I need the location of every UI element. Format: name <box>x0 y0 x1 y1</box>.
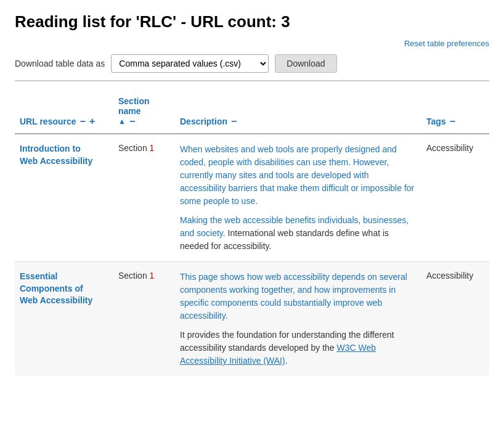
reset-table-preferences-link[interactable]: Reset table preferences <box>404 39 489 48</box>
tags-col-minus-icon[interactable]: − <box>450 116 455 127</box>
desc-text-1: When websites and web tools are properly… <box>180 143 417 253</box>
url-link-2[interactable]: EssentialComponents ofWeb Accessibility <box>20 271 92 305</box>
top-bar: Reset table preferences <box>15 39 489 48</box>
section-label-2: Section <box>118 271 150 280</box>
section-cell-1: Section 1 <box>113 134 175 262</box>
col-header-tags: Tags − <box>421 91 489 134</box>
desc-cell-1: When websites and web tools are properly… <box>175 134 421 262</box>
desc-cell-2: This page shows how web accessibility de… <box>175 262 421 377</box>
download-button[interactable]: Download <box>275 54 336 73</box>
url-cell-2: EssentialComponents ofWeb Accessibility <box>15 262 113 377</box>
col-label-section: Section name <box>118 96 170 116</box>
url-link-1[interactable]: Introduction toWeb Accessibility <box>20 144 92 166</box>
table-row: EssentialComponents ofWeb Accessibility … <box>15 262 489 377</box>
section-num-2: 1 <box>150 271 155 280</box>
download-bar: Download table data as Comma separated v… <box>15 54 489 81</box>
url-cell-1: Introduction toWeb Accessibility <box>15 134 113 262</box>
download-format-select[interactable]: Comma separated values (.csv) Microsoft … <box>111 54 269 73</box>
desc-para-2-1: This page shows how web accessibility de… <box>180 271 417 322</box>
desc-para-1-2: Making the web accessible benefits indiv… <box>180 214 417 253</box>
url-col-plus-icon[interactable]: + <box>89 116 95 127</box>
page-title: Reading list for 'RLC' - URL count: 3 <box>15 12 489 31</box>
desc-col-minus-icon[interactable]: − <box>231 116 237 127</box>
table-body: Introduction toWeb Accessibility Section… <box>15 134 489 376</box>
download-label: Download table data as <box>15 59 105 68</box>
reading-list-table: URL resource − + Section name ▲ − Descri… <box>15 91 489 376</box>
col-header-url: URL resource − + <box>15 91 113 134</box>
desc-black-3: . <box>285 356 288 366</box>
section-sort-asc-icon[interactable]: ▲ <box>118 117 126 126</box>
col-label-url: URL resource <box>20 117 76 126</box>
section-label-1: Section <box>118 143 150 153</box>
col-header-section: Section name ▲ − <box>113 91 175 134</box>
tags-cell-2: Accessibility <box>421 262 489 377</box>
section-col-minus-icon[interactable]: − <box>129 116 135 127</box>
desc-para-2-2: It provides the foundation for understan… <box>180 329 417 367</box>
desc-text-2: This page shows how web accessibility de… <box>180 271 417 367</box>
desc-para-1-1: When websites and web tools are properly… <box>180 143 417 208</box>
tag-value-1: Accessibility <box>426 143 473 153</box>
desc-black-1: International web standards define what … <box>180 228 389 251</box>
section-cell-2: Section 1 <box>113 262 175 377</box>
section-num-1: 1 <box>150 143 155 153</box>
col-header-description: Description − <box>175 91 421 134</box>
table-row: Introduction toWeb Accessibility Section… <box>15 134 489 262</box>
tag-value-2: Accessibility <box>426 271 473 280</box>
table-header-row: URL resource − + Section name ▲ − Descri… <box>15 91 489 134</box>
url-col-minus-icon[interactable]: − <box>80 116 86 127</box>
tags-cell-1: Accessibility <box>421 134 489 262</box>
col-label-description: Description <box>180 117 227 126</box>
col-label-tags: Tags <box>426 117 446 126</box>
